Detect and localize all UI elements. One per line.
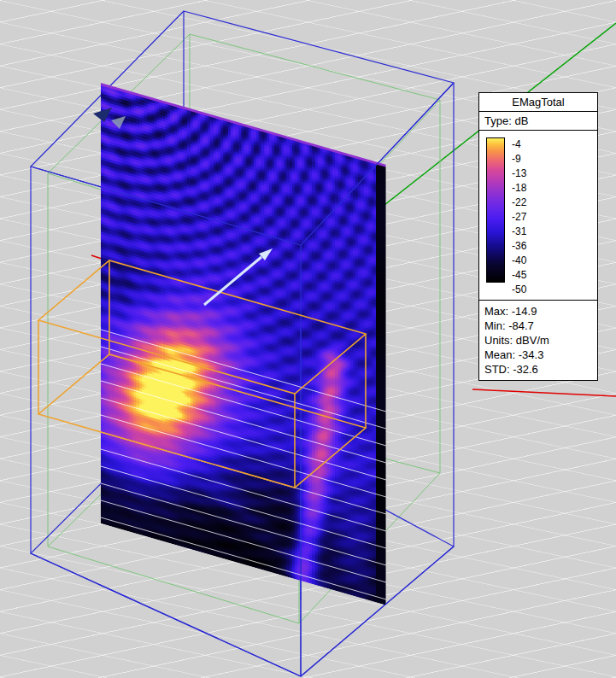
legend-colorbar: -4 -9 -13 -18 -22 -27 -31 -36 -40 -45 -5… [478, 130, 598, 301]
colorbar-tick-label: -13 [512, 168, 526, 178]
stat-mean: Mean: -34.3 [484, 348, 592, 362]
colorbar-tick-label: -4 [512, 139, 526, 149]
field-magnitude-plane[interactable] [101, 83, 386, 605]
legend-stats: Max: -14.9 Min: -84.7 Units: dBV/m Mean:… [478, 300, 598, 381]
legend-title: EMagTotal [478, 92, 598, 112]
em-simulation-viewport[interactable]: EMagTotal Type: dB -4 -9 -13 -18 -22 -27… [0, 0, 616, 678]
colorbar-tick-label: -27 [512, 212, 526, 222]
colorbar-tick-label: -22 [512, 197, 526, 207]
stat-units: Units: dBV/m [484, 333, 592, 348]
colorbar-tick-label: -18 [512, 183, 526, 193]
colorbar-tick-label: -50 [512, 284, 526, 295]
colorbar-tick-label: -45 [512, 270, 526, 280]
colorbar-tick-label: -40 [512, 255, 526, 266]
colorbar-ticks: -4 -9 -13 -18 -22 -27 -31 -36 -40 -45 -5… [512, 139, 526, 295]
legend-type-label: Type: dB [478, 111, 598, 131]
result-legend: EMagTotal Type: dB -4 -9 -13 -18 -22 -27… [478, 92, 598, 381]
stat-max: Max: -14.9 [484, 304, 592, 319]
stat-std: STD: -32.6 [484, 362, 592, 377]
colorbar-tick-label: -31 [512, 226, 526, 237]
colorbar-tick-label: -36 [512, 241, 526, 251]
colorbar-gradient [486, 137, 505, 283]
stat-min: Min: -84.7 [484, 319, 592, 333]
colorbar-tick-label: -9 [512, 154, 526, 164]
